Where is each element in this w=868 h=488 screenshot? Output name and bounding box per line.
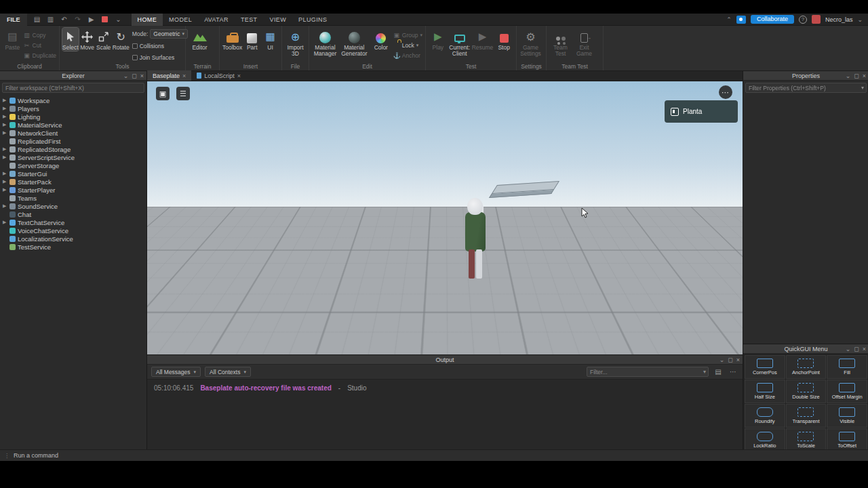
tab-close-icon[interactable]: ×: [237, 73, 241, 79]
explorer-item-soundservice[interactable]: ▶SoundService: [0, 202, 146, 210]
tab-plugins[interactable]: PLUGINS: [292, 14, 333, 26]
mode-dropdown[interactable]: Geometric▾: [150, 29, 188, 39]
join-surfaces-checkbox[interactable]: Join Surfaces: [132, 53, 188, 62]
explorer-item-voicechatservice[interactable]: ▶VoiceChatService: [0, 226, 146, 235]
explorer-item-testservice[interactable]: ▶TestService: [0, 243, 146, 251]
tab-localscript[interactable]: LocalScript ×: [191, 70, 246, 81]
tab-avatar[interactable]: AVATAR: [198, 14, 235, 26]
panel-chevron-icon[interactable]: ⌄: [123, 73, 129, 79]
panel-close-icon[interactable]: ×: [736, 357, 740, 363]
explorer-item-chat[interactable]: ▶Chat: [0, 210, 146, 218]
stop-icon[interactable]: [100, 15, 110, 24]
undo-icon[interactable]: ↶: [60, 15, 69, 24]
expand-arrow-icon[interactable]: ▶: [3, 203, 7, 209]
account-chevron-icon[interactable]: ⌄: [857, 16, 863, 23]
paste-button[interactable]: ▤ Paste: [3, 28, 22, 51]
panel-float-icon[interactable]: ◻: [854, 73, 859, 79]
part-button[interactable]: Part: [243, 28, 260, 51]
tab-home[interactable]: HOME: [132, 14, 163, 26]
expand-arrow-icon[interactable]: ▶: [3, 106, 7, 111]
command-bar-grip-icon[interactable]: ⋮: [4, 453, 9, 459]
copy-button[interactable]: ▥Copy: [24, 30, 56, 39]
quickgui-tool-toscale[interactable]: ToScale: [786, 428, 827, 452]
explorer-item-replicatedfirst[interactable]: ▶ReplicatedFirst: [0, 137, 146, 145]
quickgui-tool-anchorpoint[interactable]: AnchorPoint: [786, 355, 827, 379]
quickgui-tool-offsetmargin[interactable]: Offset Margin: [827, 380, 867, 403]
messages-filter-dropdown[interactable]: All Messages▾: [151, 367, 201, 377]
explorer-item-starterpack[interactable]: ▶StarterPack: [0, 178, 146, 186]
game-settings-button[interactable]: ⚙ Game Settings: [519, 28, 542, 57]
panel-close-icon[interactable]: ×: [863, 73, 866, 79]
collisions-checkbox[interactable]: Collisions: [132, 41, 188, 50]
panel-float-icon[interactable]: ◻: [728, 357, 732, 363]
output-filter-input[interactable]: [587, 369, 708, 375]
help-icon[interactable]: ?: [799, 16, 807, 24]
group-button[interactable]: ▣Group▾: [393, 30, 422, 39]
material-manager-button[interactable]: Material Manager: [312, 28, 338, 57]
cut-button[interactable]: ✂Cut: [24, 41, 56, 49]
file-menu-button[interactable]: FILE: [0, 14, 27, 26]
explorer-item-serverscriptservice[interactable]: ▶ServerScriptService: [0, 153, 146, 161]
select-tool-button[interactable]: Select: [62, 28, 79, 51]
explorer-item-replicatedstorage[interactable]: ▶ReplicatedStorage: [0, 145, 146, 153]
expand-arrow-icon[interactable]: ▶: [3, 187, 7, 192]
explorer-filter-input[interactable]: [3, 85, 144, 92]
import-3d-button[interactable]: ⊕ Import 3D: [285, 28, 306, 57]
terrain-editor-button[interactable]: Editor: [189, 28, 211, 51]
explorer-item-materialservice[interactable]: ▶MaterialService: [0, 121, 146, 129]
publish-icon[interactable]: ▥: [46, 15, 56, 24]
quickgui-tool-fill[interactable]: Fill: [827, 355, 867, 379]
viewport-list-button[interactable]: ☰: [176, 87, 190, 100]
expand-arrow-icon[interactable]: ▶: [3, 98, 7, 103]
explorer-item-networkclient[interactable]: ▶NetworkClient: [0, 129, 146, 137]
quickgui-tool-cornerpos[interactable]: CornerPos: [745, 355, 785, 379]
expand-arrow-icon[interactable]: ▶: [3, 220, 7, 225]
viewport-more-button[interactable]: ⋯: [719, 85, 732, 99]
username-label[interactable]: Necro_las: [825, 16, 853, 23]
expand-arrow-icon[interactable]: ▶: [3, 171, 7, 176]
rotate-tool-button[interactable]: ↻ Rotate: [113, 28, 130, 51]
viewport-tool-button[interactable]: ▣: [156, 87, 170, 100]
color-button[interactable]: Color: [370, 28, 392, 51]
duplicate-button[interactable]: ▣Duplicate: [24, 51, 56, 60]
part-slab[interactable]: [489, 181, 559, 198]
output-filter[interactable]: ▾: [587, 367, 709, 377]
properties-filter-input[interactable]: [746, 85, 866, 92]
explorer-item-localizationservice[interactable]: ▶LocalizationService: [0, 235, 146, 243]
tab-test[interactable]: TEST: [235, 14, 264, 26]
properties-header[interactable]: Properties ⌄ ◻ ×: [743, 71, 868, 81]
panel-float-icon[interactable]: ◻: [854, 346, 859, 352]
panel-float-icon[interactable]: ◻: [132, 73, 136, 79]
tab-view[interactable]: VIEW: [263, 14, 292, 26]
quickgui-tool-halfsize[interactable]: Half Size: [745, 380, 785, 403]
player-character[interactable]: [460, 198, 496, 287]
redo-icon[interactable]: ↷: [73, 15, 83, 24]
resume-button[interactable]: ▶ Resume: [472, 28, 494, 51]
planta-button[interactable]: Planta: [665, 100, 738, 123]
collaborate-button[interactable]: Collaborate: [751, 15, 794, 24]
user-avatar[interactable]: [812, 15, 821, 24]
baseplate-ground[interactable]: [147, 81, 743, 207]
quickgui-tool-tooffset[interactable]: ToOffset: [827, 428, 867, 452]
toolbox-button[interactable]: Toolbox: [222, 28, 242, 51]
chevron-down-icon[interactable]: ⌄: [114, 15, 123, 24]
explorer-item-textchatservice[interactable]: ▶TextChatService: [0, 218, 146, 226]
ui-button[interactable]: ▦ UI: [262, 28, 279, 51]
quickgui-tool-transparent[interactable]: Transparent: [786, 404, 827, 428]
play-button[interactable]: ▶ Play: [429, 28, 448, 51]
lock-button[interactable]: Lock▾: [393, 41, 422, 49]
play-icon[interactable]: ▶: [87, 15, 96, 24]
scale-tool-button[interactable]: Scale: [96, 28, 111, 51]
explorer-item-players[interactable]: ▶Players: [0, 104, 146, 113]
explorer-item-starterplayer[interactable]: ▶StarterPlayer: [0, 186, 146, 194]
panel-chevron-icon[interactable]: ⌄: [846, 73, 851, 79]
explorer-item-startergui[interactable]: ▶StarterGui: [0, 169, 146, 178]
stop-button[interactable]: Stop: [494, 28, 513, 51]
quickgui-tool-doublesize[interactable]: Double Size: [786, 380, 827, 403]
exit-game-button[interactable]: Exit Game: [573, 28, 595, 57]
explorer-header[interactable]: Explorer ⌄ ◻ ×: [0, 71, 146, 81]
explorer-filter[interactable]: [2, 83, 144, 93]
panel-chevron-icon[interactable]: ⌄: [719, 357, 725, 363]
quickgui-header[interactable]: QuickGUI Menu ⌄ ◻ ×: [743, 344, 868, 354]
expand-arrow-icon[interactable]: ▶: [3, 179, 7, 184]
